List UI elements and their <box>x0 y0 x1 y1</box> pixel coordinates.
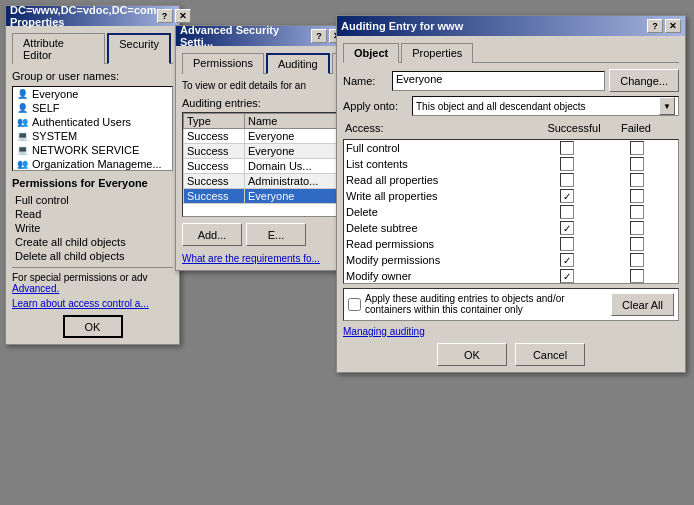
audit-tab-bar: Object Properties <box>343 42 679 63</box>
adv-help-button[interactable]: ? <box>311 29 327 43</box>
chk-deletesubtree-failed[interactable] <box>630 221 644 235</box>
adv-view-text: To view or edit details for an <box>182 80 343 91</box>
tab-attribute-editor[interactable]: Attribute Editor <box>12 33 105 64</box>
dc-content: Attribute Editor Security Group or user … <box>6 26 179 344</box>
name-input[interactable]: Everyone <box>392 71 605 91</box>
access-row-writeallprops: Write all properties <box>344 188 678 204</box>
access-list[interactable]: Full control List contents Read all prop… <box>343 139 679 284</box>
tab-permissions[interactable]: Permissions <box>182 53 264 74</box>
audit-ok-button[interactable]: OK <box>437 343 507 366</box>
audit-help-button[interactable]: ? <box>647 19 663 33</box>
adv-title-bar: Advanced Security Setti... ? ✕ <box>176 26 349 46</box>
audit-row-4[interactable]: Success Everyone <box>184 189 342 204</box>
tab-object[interactable]: Object <box>343 43 399 63</box>
auditing-table: Type Name Success Everyone Success Every… <box>183 113 342 204</box>
dc-title-buttons: ? ✕ <box>157 9 191 23</box>
managing-auditing-link[interactable]: Managing auditing <box>343 326 425 337</box>
audit-title-buttons: ? ✕ <box>647 19 681 33</box>
access-row-modifyperms: Modify permissions <box>344 252 678 268</box>
name-row: Name: Everyone Change... <box>343 69 679 92</box>
apply-checkbox-area: Apply these auditing entries to objects … <box>343 288 679 321</box>
audit-close-button[interactable]: ✕ <box>665 19 681 33</box>
requirements-link[interactable]: What are the requirements fo... <box>182 253 320 264</box>
col-failed: Failed <box>611 122 661 134</box>
access-row-modifyowner: Modify owner <box>344 268 678 284</box>
tab-properties[interactable]: Properties <box>401 43 473 63</box>
chk-writeallprops-failed[interactable] <box>630 189 644 203</box>
list-item-network-svc[interactable]: 💻 NETWORK SERVICE <box>13 143 172 157</box>
chk-readperms-success[interactable] <box>560 237 574 251</box>
audit-title: Auditing Entry for www <box>341 20 463 32</box>
chk-delete-failed[interactable] <box>630 205 644 219</box>
user-listbox[interactable]: 👤 Everyone 👤 SELF 👥 Authenticated Users … <box>12 86 173 171</box>
access-area: Full control List contents Read all prop… <box>343 139 679 284</box>
perm-row-create-child: Create all child objects <box>12 235 173 249</box>
audit-row-0[interactable]: Success Everyone <box>184 129 342 144</box>
list-item-org-mgmt[interactable]: 👥 Organization Manageme... <box>13 157 172 171</box>
audit-cancel-button[interactable]: Cancel <box>515 343 585 366</box>
managing-auditing-area: Managing auditing <box>343 325 679 337</box>
tab-auditing[interactable]: Auditing <box>266 53 330 74</box>
auditing-entries-label: Auditing entries: <box>182 97 343 109</box>
perm-row-read: Read <box>12 207 173 221</box>
chk-modifyowner-success[interactable] <box>560 269 574 283</box>
apply-row: Apply onto: This object and all descenda… <box>343 96 679 116</box>
apply-checkbox-label: Apply these auditing entries to objects … <box>365 293 607 315</box>
audit-row-1[interactable]: Success Everyone <box>184 144 342 159</box>
apply-label: Apply onto: <box>343 100 408 112</box>
dc-ok-button[interactable]: OK <box>63 315 123 338</box>
chk-delete-success[interactable] <box>560 205 574 219</box>
add-button[interactable]: Add... <box>182 223 242 246</box>
help-button[interactable]: ? <box>157 9 173 23</box>
access-row-readallprops: Read all properties <box>344 172 678 188</box>
list-item-everyone[interactable]: 👤 Everyone <box>13 87 172 101</box>
col-type: Type <box>184 114 245 129</box>
chk-writeallprops-success[interactable] <box>560 189 574 203</box>
chk-readallprops-failed[interactable] <box>630 173 644 187</box>
adv-title: Advanced Security Setti... <box>180 24 311 48</box>
special-permissions-text: For special permissions or adv Advanced. <box>12 272 173 294</box>
adv-what-link: What are the requirements fo... <box>182 252 343 264</box>
list-item-self[interactable]: 👤 SELF <box>13 101 172 115</box>
perm-row-fullcontrol: Full control <box>12 193 173 207</box>
clear-all-button[interactable]: Clear All <box>611 293 674 316</box>
chk-modifyowner-failed[interactable] <box>630 269 644 283</box>
perm-row-write: Write <box>12 221 173 235</box>
tab-security[interactable]: Security <box>107 33 171 64</box>
apply-container-checkbox[interactable] <box>348 294 361 315</box>
learn-link[interactable]: Learn about access control a... <box>12 298 173 309</box>
dc-title: DC=www,DC=vdoc,DC=com Properties <box>10 4 157 28</box>
chk-readallprops-success[interactable] <box>560 173 574 187</box>
group-label: Group or user names: <box>12 70 173 82</box>
chk-readperms-failed[interactable] <box>630 237 644 251</box>
list-item-auth-users[interactable]: 👥 Authenticated Users <box>13 115 172 129</box>
dc-tab-bar: Attribute Editor Security <box>12 32 173 64</box>
permissions-table: Full control Read Write Create all child… <box>12 193 173 263</box>
adv-security-window: Advanced Security Setti... ? ✕ Permissio… <box>175 25 350 271</box>
name-label: Name: <box>343 75 388 87</box>
auditing-entries-list[interactable]: Type Name Success Everyone Success Every… <box>182 112 343 217</box>
edit-button[interactable]: E... <box>246 223 306 246</box>
access-table: Full control List contents Read all prop… <box>344 140 678 284</box>
access-row-readperms: Read permissions <box>344 236 678 252</box>
audit-title-bar: Auditing Entry for www ? ✕ <box>337 16 685 36</box>
chk-deletesubtree-success[interactable] <box>560 221 574 235</box>
permissions-label: Permissions for Everyone <box>12 177 173 189</box>
advanced-link[interactable]: Advanced. <box>12 283 59 294</box>
apply-dropdown[interactable]: This object and all descendant objects ▼ <box>412 96 679 116</box>
chk-listcontents-failed[interactable] <box>630 157 644 171</box>
access-header-row: Access: Successful Failed <box>343 120 679 136</box>
audit-row-3[interactable]: Success Administrato... <box>184 174 342 189</box>
chk-listcontents-success[interactable] <box>560 157 574 171</box>
apply-dropdown-arrow[interactable]: ▼ <box>659 97 675 115</box>
list-item-system[interactable]: 💻 SYSTEM <box>13 129 172 143</box>
chk-fullcontrol-success[interactable] <box>560 141 574 155</box>
audit-row-2[interactable]: Success Domain Us... <box>184 159 342 174</box>
dc-title-bar: DC=www,DC=vdoc,DC=com Properties ? ✕ <box>6 6 179 26</box>
access-row-fullcontrol: Full control <box>344 140 678 156</box>
chk-modifyperms-failed[interactable] <box>630 253 644 267</box>
close-button[interactable]: ✕ <box>175 9 191 23</box>
chk-fullcontrol-failed[interactable] <box>630 141 644 155</box>
change-button[interactable]: Change... <box>609 69 679 92</box>
chk-modifyperms-success[interactable] <box>560 253 574 267</box>
